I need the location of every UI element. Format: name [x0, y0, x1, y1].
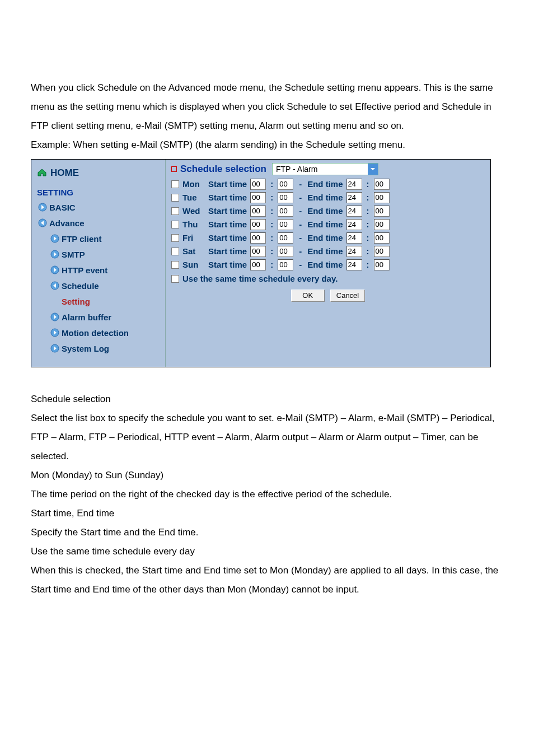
colon: :: [269, 233, 274, 243]
sidebar-item-motion-detection[interactable]: Motion detection: [34, 325, 163, 341]
desc-heading-3: Start time, End time: [31, 504, 503, 523]
sidebar-item-smtp[interactable]: SMTP: [34, 247, 163, 263]
dash: -: [297, 260, 304, 270]
day-row-sat: SatStart time00:00-End time24:00: [171, 246, 485, 257]
end-hour-input[interactable]: 24: [346, 232, 362, 244]
day-checkbox-fri[interactable]: [171, 234, 179, 242]
end-min-input[interactable]: 00: [374, 179, 390, 190]
day-label: Tue: [182, 193, 205, 203]
day-checkbox-wed[interactable]: [171, 207, 179, 215]
content-area: Schedule selection FTP - Alarm MonStart …: [166, 160, 490, 367]
arrow-icon: [50, 234, 59, 243]
end-min-input[interactable]: 00: [374, 192, 390, 203]
colon: :: [269, 246, 274, 256]
start-hour-input[interactable]: 00: [250, 206, 266, 217]
sidebar-item-label: Setting: [62, 297, 90, 306]
dash: -: [297, 233, 304, 243]
start-min-input[interactable]: 00: [278, 259, 293, 270]
start-time-label: Start time: [208, 246, 247, 256]
end-min-input[interactable]: 00: [374, 259, 390, 270]
day-row-wed: WedStart time00:00-End time24:00: [171, 206, 485, 217]
end-hour-input[interactable]: 24: [346, 219, 362, 230]
dash: -: [297, 206, 304, 216]
sidebar: HOME SETTING BASICAdvanceFTP clientSMTPH…: [31, 160, 166, 367]
day-checkbox-sun[interactable]: [171, 261, 179, 269]
colon: :: [366, 179, 371, 189]
sidebar-item-system-log[interactable]: System Log: [34, 341, 163, 357]
start-min-input[interactable]: 00: [278, 179, 293, 190]
home-icon: [37, 168, 47, 176]
desc-heading-1: Schedule selection: [31, 390, 503, 409]
end-min-input[interactable]: 00: [374, 246, 390, 257]
start-min-input[interactable]: 00: [278, 232, 293, 244]
end-min-input[interactable]: 00: [374, 219, 390, 230]
sidebar-item-basic[interactable]: BASIC: [34, 200, 163, 216]
end-min-input[interactable]: 00: [374, 206, 390, 217]
colon: :: [269, 179, 274, 189]
end-hour-input[interactable]: 24: [346, 179, 362, 190]
sidebar-item-setting[interactable]: Setting: [34, 294, 163, 310]
start-time-label: Start time: [208, 220, 247, 230]
day-checkbox-thu[interactable]: [171, 221, 179, 228]
sidebar-item-advance[interactable]: Advance: [34, 216, 163, 231]
day-row-mon: MonStart time00:00-End time24:00: [171, 179, 485, 190]
sidebar-item-label: BASIC: [49, 203, 76, 212]
day-checkbox-mon[interactable]: [171, 180, 179, 188]
ok-button[interactable]: OK: [291, 290, 325, 302]
intro-text: When you click Schedule on the Advanced …: [31, 78, 503, 155]
arrow-icon: [38, 203, 47, 212]
arrow-icon: [38, 218, 47, 227]
schedule-panel: HOME SETTING BASICAdvanceFTP clientSMTPH…: [31, 159, 491, 367]
sidebar-item-http-event[interactable]: HTTP event: [34, 263, 163, 278]
colon: :: [269, 260, 274, 270]
end-time-label: End time: [307, 220, 343, 230]
start-min-input[interactable]: 00: [278, 246, 293, 257]
dash: -: [297, 179, 304, 189]
sidebar-item-schedule[interactable]: Schedule: [34, 278, 163, 294]
start-hour-input[interactable]: 00: [250, 219, 266, 230]
end-time-label: End time: [307, 193, 343, 203]
same-time-checkbox[interactable]: [171, 275, 179, 283]
start-hour-input[interactable]: 00: [250, 259, 266, 270]
colon: :: [269, 206, 274, 216]
sidebar-item-label: SMTP: [62, 250, 85, 259]
sidebar-home[interactable]: HOME: [34, 164, 163, 182]
intro-p2: Example: When setting e-Mail (SMTP) (the…: [31, 136, 503, 155]
end-hour-input[interactable]: 24: [346, 206, 362, 217]
end-min-input[interactable]: 00: [374, 232, 390, 244]
colon: :: [366, 220, 371, 230]
start-min-input[interactable]: 00: [278, 219, 293, 230]
desc-heading-2: Mon (Monday) to Sun (Sunday): [31, 466, 503, 485]
start-min-input[interactable]: 00: [278, 206, 293, 217]
day-label: Thu: [182, 220, 205, 230]
start-hour-input[interactable]: 00: [250, 192, 266, 203]
start-time-label: Start time: [208, 193, 247, 203]
desc-text-2: The time period on the right of the chec…: [31, 485, 503, 504]
day-checkbox-sat[interactable]: [171, 248, 179, 255]
day-checkbox-tue[interactable]: [171, 194, 179, 202]
arrow-icon: [50, 328, 59, 337]
colon: :: [366, 260, 371, 270]
end-hour-input[interactable]: 24: [346, 259, 362, 270]
sidebar-item-alarm-buffer[interactable]: Alarm buffer: [34, 310, 163, 325]
sidebar-item-label: FTP client: [62, 234, 101, 244]
schedule-selection-dropdown[interactable]: FTP - Alarm: [272, 163, 378, 175]
home-label: HOME: [50, 167, 79, 178]
desc-heading-4: Use the same time schedule every day: [31, 542, 503, 561]
day-row-sun: SunStart time00:00-End time24:00: [171, 259, 485, 270]
start-hour-input[interactable]: 00: [250, 246, 266, 257]
end-hour-input[interactable]: 24: [346, 246, 362, 257]
arrow-icon: [50, 344, 59, 353]
start-time-label: Start time: [208, 179, 247, 189]
sidebar-item-ftp-client[interactable]: FTP client: [34, 231, 163, 247]
start-min-input[interactable]: 00: [278, 192, 293, 203]
desc-text-1: Select the list box to specify the sched…: [31, 409, 503, 466]
day-label: Mon: [182, 179, 205, 189]
cancel-button[interactable]: Cancel: [330, 290, 365, 302]
start-hour-input[interactable]: 00: [250, 232, 266, 244]
end-hour-input[interactable]: 24: [346, 192, 362, 203]
day-label: Sat: [182, 246, 205, 256]
start-hour-input[interactable]: 00: [250, 179, 266, 190]
end-time-label: End time: [307, 260, 343, 270]
dash: -: [297, 193, 304, 203]
